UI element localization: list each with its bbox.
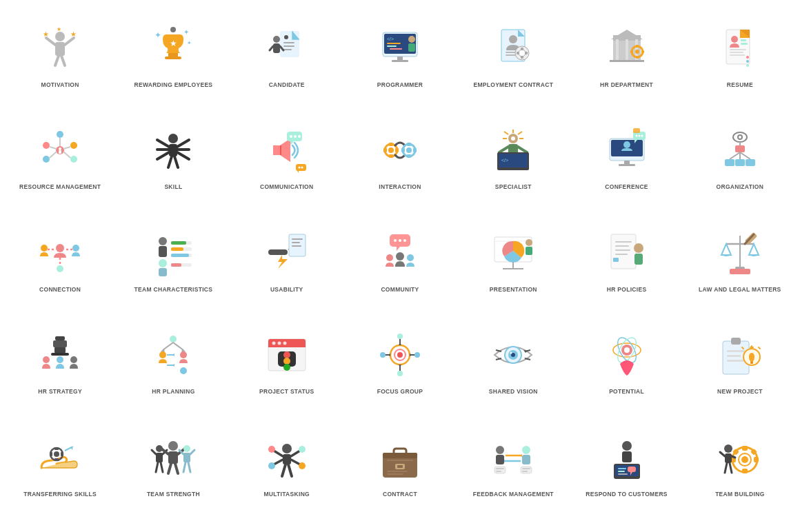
icon-potential[interactable]: POTENTIAL bbox=[573, 320, 679, 416]
svg-rect-140 bbox=[633, 128, 640, 133]
icon-usability[interactable]: USABILITY bbox=[234, 218, 340, 314]
svg-line-89 bbox=[157, 152, 169, 159]
svg-line-2 bbox=[46, 38, 55, 45]
svg-rect-340 bbox=[618, 468, 626, 469]
icon-multitasking[interactable]: MULTITASKING bbox=[234, 423, 340, 518]
svg-point-71 bbox=[746, 64, 749, 67]
svg-line-295 bbox=[175, 464, 178, 473]
svg-line-288 bbox=[156, 462, 158, 472]
icon-feedback-management[interactable]: FEEDBACK MANAGEMENT bbox=[460, 423, 566, 518]
svg-rect-66 bbox=[730, 54, 745, 56]
svg-point-182 bbox=[386, 254, 393, 261]
svg-rect-278 bbox=[54, 447, 59, 450]
icon-respond-to-customers[interactable]: RESPOND TO CUSTOMERS bbox=[573, 423, 679, 518]
icon-programmer[interactable]: </> PROGRAMMER bbox=[347, 14, 453, 109]
icon-resume[interactable]: RESUME bbox=[687, 14, 793, 109]
svg-marker-327 bbox=[519, 454, 522, 457]
icon-hr-department[interactable]: HR DEPARTMENT bbox=[573, 14, 679, 109]
svg-text:★: ★ bbox=[43, 30, 49, 38]
svg-point-76 bbox=[43, 142, 50, 149]
svg-rect-57 bbox=[636, 56, 639, 59]
icon-motivation[interactable]: ★ ★ ★ MOTIVATION bbox=[7, 14, 113, 109]
icon-connection[interactable]: CONNECTION bbox=[7, 218, 113, 314]
svg-rect-199 bbox=[613, 258, 619, 262]
icon-hr-policies[interactable]: HR POLICIES bbox=[573, 218, 679, 314]
svg-rect-171 bbox=[268, 249, 288, 255]
svg-marker-245 bbox=[399, 365, 401, 367]
svg-text:✦: ✦ bbox=[187, 40, 192, 46]
icon-hr-strategy[interactable]: HR STRATEGY bbox=[7, 320, 113, 416]
svg-line-282 bbox=[65, 447, 72, 451]
svg-point-103 bbox=[298, 167, 300, 169]
svg-point-309 bbox=[268, 462, 275, 469]
svg-rect-207 bbox=[53, 340, 67, 347]
icon-focus-group[interactable]: FOCUS GROUP bbox=[347, 320, 453, 416]
svg-rect-34 bbox=[397, 57, 403, 60]
svg-point-77 bbox=[43, 156, 50, 163]
svg-rect-33 bbox=[408, 43, 415, 52]
icon-interaction[interactable]: INTERACTION bbox=[347, 116, 453, 211]
icon-hr-planning[interactable]: HR PLANNING bbox=[120, 320, 226, 416]
svg-rect-49 bbox=[616, 39, 619, 61]
svg-line-358 bbox=[730, 463, 732, 473]
icon-skill[interactable]: SKILL bbox=[120, 116, 226, 211]
icon-communication[interactable]: COMMUNICATION bbox=[234, 116, 340, 211]
svg-rect-1 bbox=[55, 42, 65, 56]
svg-rect-209 bbox=[51, 353, 69, 356]
icon-specialist[interactable]: </> SPECIALIST bbox=[460, 116, 566, 211]
svg-point-353 bbox=[724, 444, 732, 453]
svg-point-74 bbox=[70, 142, 77, 149]
svg-rect-59 bbox=[641, 50, 644, 53]
svg-point-106 bbox=[388, 147, 394, 153]
svg-rect-45 bbox=[517, 52, 519, 54]
svg-marker-239 bbox=[388, 354, 390, 356]
svg-rect-58 bbox=[630, 50, 633, 53]
icon-transferring-skills[interactable]: TRANSFERRING SKILLS bbox=[7, 423, 113, 518]
icon-organization[interactable]: ORGANIZATION bbox=[687, 116, 793, 211]
svg-rect-279 bbox=[54, 458, 59, 461]
svg-point-55 bbox=[635, 50, 639, 54]
icon-candidate[interactable]: CANDIDATE bbox=[234, 14, 340, 109]
svg-rect-20 bbox=[283, 49, 292, 50]
icon-project-status[interactable]: PROJECT STATUS bbox=[234, 320, 340, 416]
svg-rect-46 bbox=[525, 52, 528, 54]
icon-conference[interactable]: CONFERENCE bbox=[573, 116, 679, 211]
svg-rect-341 bbox=[618, 471, 625, 472]
svg-rect-331 bbox=[521, 467, 532, 473]
svg-point-153 bbox=[41, 245, 48, 252]
svg-rect-110 bbox=[395, 148, 399, 152]
svg-rect-107 bbox=[389, 143, 393, 146]
icon-shared-vision[interactable]: SHARED VISION bbox=[460, 320, 566, 416]
icon-new-project[interactable]: NEW PROJECT bbox=[687, 320, 793, 416]
svg-point-211 bbox=[57, 356, 63, 363]
icon-resource-management[interactable]: RESOURCE MANAGEMENT bbox=[7, 116, 113, 211]
svg-point-277 bbox=[54, 451, 59, 457]
icon-team-characteristics[interactable]: TEAM CHARACTERISTICS bbox=[120, 218, 226, 314]
svg-marker-178 bbox=[397, 247, 400, 251]
svg-line-307 bbox=[291, 460, 300, 464]
icon-team-building[interactable]: TEAM BUILDING bbox=[687, 423, 793, 518]
svg-point-69 bbox=[746, 56, 749, 59]
svg-rect-332 bbox=[496, 468, 504, 469]
icon-presentation[interactable]: PRESENTATION bbox=[460, 218, 566, 314]
icon-law-and-legal[interactable]: LAW AND LEGAL MATTERS bbox=[687, 218, 793, 314]
icon-rewarding-employees[interactable]: ★ ✦ ✦ ✦ REWARDING EMPLOYEES bbox=[120, 14, 226, 109]
svg-line-299 bbox=[190, 450, 194, 454]
svg-point-324 bbox=[522, 446, 530, 454]
svg-point-75 bbox=[70, 156, 77, 163]
svg-rect-56 bbox=[636, 45, 639, 48]
svg-line-120 bbox=[518, 147, 527, 152]
svg-line-275 bbox=[759, 347, 760, 349]
svg-point-0 bbox=[55, 32, 65, 41]
icon-team-strength[interactable]: TEAM STRENGTH bbox=[120, 423, 226, 518]
svg-marker-223 bbox=[172, 364, 174, 367]
icon-contract[interactable]: CONTRACT bbox=[347, 423, 453, 518]
svg-rect-168 bbox=[159, 268, 167, 276]
svg-line-81 bbox=[50, 147, 57, 149]
svg-rect-10 bbox=[165, 57, 181, 59]
icon-employment-contract[interactable]: EMPLOYMENT CONTRACT bbox=[460, 14, 566, 109]
svg-point-213 bbox=[170, 336, 177, 342]
svg-line-87 bbox=[157, 140, 169, 147]
svg-point-311 bbox=[299, 462, 306, 469]
icon-community[interactable]: COMMUNITY bbox=[347, 218, 453, 314]
